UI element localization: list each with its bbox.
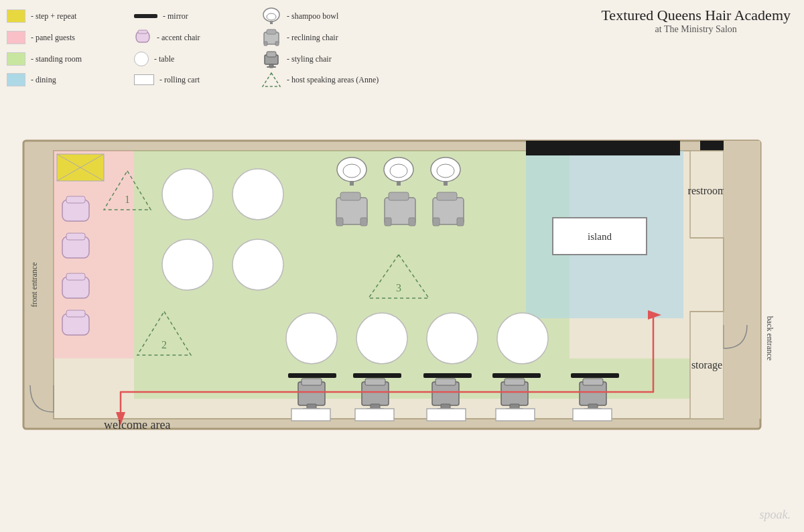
accent-chair-symbol <box>134 29 151 46</box>
rolling-cart-symbol <box>134 74 154 85</box>
svg-rect-93 <box>571 373 619 378</box>
svg-rect-7 <box>264 42 267 46</box>
legend-table: - table <box>134 50 255 68</box>
step-repeat-swatch <box>7 9 25 23</box>
svg-rect-82 <box>505 379 525 385</box>
svg-rect-1 <box>138 30 147 34</box>
svg-rect-90 <box>353 373 401 378</box>
svg-rect-60 <box>360 218 367 226</box>
svg-point-46 <box>427 313 478 364</box>
table-symbol <box>134 52 149 66</box>
shampoo-bowl-symbol <box>261 7 281 25</box>
svg-point-48 <box>337 157 366 182</box>
mirror-symbol <box>134 14 157 18</box>
svg-text:3: 3 <box>396 282 401 293</box>
svg-rect-59 <box>336 218 343 226</box>
host-speaking-label: - host speaking areas (Anne) <box>287 74 379 86</box>
legend-rolling-cart: - rolling cart <box>134 71 255 88</box>
legend-standing-room: - standing room <box>7 50 127 68</box>
reclining-chair-symbol <box>261 28 281 47</box>
legend: - step + repeat - panel guests - standin… <box>7 7 422 88</box>
dining-swatch <box>7 73 25 86</box>
svg-text:front entrance: front entrance <box>29 263 39 308</box>
panel-guests-label: - panel guests <box>31 32 75 44</box>
svg-rect-63 <box>385 218 391 226</box>
svg-rect-66 <box>437 192 457 200</box>
accent-chair-label: - accent chair <box>157 32 200 44</box>
svg-rect-12 <box>267 66 276 68</box>
standing-room-label: - standing room <box>31 54 82 65</box>
svg-point-2 <box>263 8 279 21</box>
svg-text:storage: storage <box>691 359 722 371</box>
rolling-cart-label: - rolling cart <box>159 74 200 86</box>
svg-text:welcome area: welcome area <box>104 418 170 431</box>
legend-accent-chair: - accent chair <box>134 28 255 47</box>
legend-reclining-chair: - reclining chair <box>261 28 409 47</box>
svg-point-41 <box>232 169 283 220</box>
svg-rect-92 <box>492 373 541 378</box>
panel-guests-swatch <box>7 31 25 44</box>
svg-point-54 <box>431 157 460 182</box>
svg-text:island: island <box>588 231 612 242</box>
legend-shampoo-bowl: - shampoo bowl <box>261 7 409 25</box>
table-label: - table <box>154 54 174 65</box>
svg-point-44 <box>286 313 337 364</box>
svg-rect-6 <box>267 29 276 34</box>
svg-rect-98 <box>573 409 612 421</box>
legend-panel-guests: - panel guests <box>7 28 127 47</box>
svg-rect-64 <box>409 218 415 226</box>
svg-rect-96 <box>427 409 466 421</box>
legend-host-speaking: - host speaking areas (Anne) <box>261 71 409 88</box>
mirror-label: - mirror <box>163 11 188 22</box>
svg-point-45 <box>356 313 407 364</box>
svg-text:1: 1 <box>125 194 130 205</box>
styling-chair-label: - styling chair <box>287 54 332 65</box>
legend-mirror: - mirror <box>134 7 255 25</box>
title-area: Textured Queens Hair Academy at The Mini… <box>601 7 791 35</box>
svg-rect-56 <box>444 181 448 186</box>
svg-point-43 <box>232 239 283 290</box>
svg-rect-70 <box>302 379 322 385</box>
title-main: Textured Queens Hair Academy <box>601 7 791 24</box>
svg-rect-91 <box>423 373 472 378</box>
legend-step-repeat: - step + repeat <box>7 7 127 25</box>
svg-point-42 <box>162 239 213 290</box>
watermark: spoak. <box>760 508 791 522</box>
svg-rect-8 <box>275 42 279 46</box>
svg-rect-62 <box>389 192 409 200</box>
svg-rect-4 <box>270 21 273 24</box>
floorplan: restroom storage island <box>17 131 787 436</box>
svg-text:back entrance: back entrance <box>765 316 775 360</box>
svg-rect-68 <box>457 218 464 226</box>
dining-label: - dining <box>31 74 56 86</box>
svg-rect-50 <box>350 181 354 186</box>
legend-dining: - dining <box>7 71 127 88</box>
svg-rect-10 <box>267 52 276 57</box>
svg-rect-67 <box>433 218 440 226</box>
reclining-chair-label: - reclining chair <box>287 32 338 44</box>
svg-text:2: 2 <box>161 339 167 350</box>
svg-rect-37 <box>66 273 85 280</box>
svg-point-47 <box>497 313 548 364</box>
svg-rect-33 <box>66 196 85 203</box>
svg-rect-53 <box>397 181 401 186</box>
svg-rect-95 <box>355 409 394 421</box>
svg-point-51 <box>384 157 413 182</box>
svg-rect-89 <box>288 373 336 378</box>
svg-rect-20 <box>526 141 680 155</box>
styling-chair-symbol <box>261 50 281 68</box>
svg-rect-86 <box>583 379 603 385</box>
legend-styling-chair: - styling chair <box>261 50 409 68</box>
svg-rect-58 <box>340 192 360 200</box>
step-repeat-label: - step + repeat <box>31 11 76 22</box>
svg-rect-74 <box>365 379 385 385</box>
svg-point-40 <box>162 169 213 220</box>
host-triangle-symbol <box>261 71 281 88</box>
svg-rect-35 <box>66 233 85 240</box>
svg-rect-26 <box>724 141 760 419</box>
svg-rect-94 <box>291 409 330 421</box>
svg-marker-13 <box>263 73 280 86</box>
svg-text:restroom: restroom <box>688 185 726 196</box>
svg-rect-39 <box>66 310 85 317</box>
svg-rect-97 <box>496 409 535 421</box>
